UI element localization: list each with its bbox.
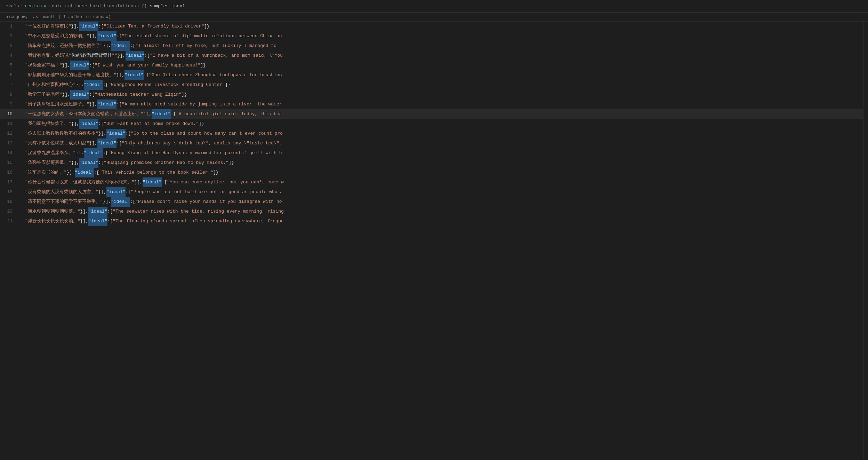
code-line-11[interactable]: "我们家热得快炸了。"}], "ideal": ["Our Fast Heat … <box>18 119 863 129</box>
breadcrumb-evals[interactable]: evals <box>6 3 19 9</box>
code-line-16[interactable]: "这车是卖书的的。"}], "ideal": ["This vehicle be… <box>18 168 863 177</box>
code-line-20[interactable]: "海水朝朝朝朝朝朝朝落。"}], "ideal": ["The seawater… <box>18 207 863 216</box>
line-number-21: 21 <box>0 216 18 226</box>
git-info-bar: nicognaw, last month | 1 author (nicogna… <box>0 13 868 22</box>
line-number-20: 20 <box>0 207 18 216</box>
separator-4: › <box>137 3 140 9</box>
code-line-17[interactable]: "你什么时候都可以来，但就是我方便的时候不能来。"}], "ideal": ["… <box>18 177 863 187</box>
line-number-17: 17 <box>0 177 18 187</box>
line-number-8: 8 <box>0 90 18 100</box>
breadcrumb-data[interactable]: data <box>52 3 63 9</box>
code-line-10[interactable]: "一位漂亮的女孩说：今日本美女面色蜡黄，不适合上班。"}], "ideal": … <box>18 109 863 119</box>
header: evals › registry › data › chinese_hard_t… <box>0 0 868 22</box>
line-number-12: 12 <box>0 129 18 138</box>
code-content[interactable]: "一位友好的哥谭市民"}], "ideal": ["Citizen Tan, a… <box>18 22 863 460</box>
line-number-14: 14 <box>0 148 18 158</box>
code-line-12[interactable]: "你去班上数数数数数不好的有多少"}], "ideal": ["Go to th… <box>18 129 863 138</box>
code-line-3[interactable]: "骑车差点摔跤，还好我一把把把住了"}], "ideal": ["I almos… <box>18 41 863 51</box>
line-number-7: 7 <box>0 80 18 90</box>
code-line-6[interactable]: "郭麒麟刷牙选中华为的就是干净，速度快。"}], "ideal": ["Guo … <box>18 70 863 80</box>
code-line-4[interactable]: "我背有点驼，妈妈说"你的背得背背背背佳""}], "ideal": ["I h… <box>18 51 863 61</box>
breadcrumb: evals › registry › data › chinese_hard_t… <box>6 3 185 9</box>
editor-area: 123456789101112131415161718192021 "一位友好的… <box>0 22 868 460</box>
line-number-19: 19 <box>0 197 18 207</box>
code-line-15[interactable]: "华强答应郝哥买瓜。"}], "ideal": ["Huaqiang promi… <box>18 158 863 168</box>
line-number-3: 3 <box>0 41 18 51</box>
git-info-text: nicognaw, last month | 1 author (nicogna… <box>6 15 111 19</box>
line-number-16: 16 <box>0 168 18 177</box>
scrollbar-track[interactable] <box>863 22 868 460</box>
line-number-18: 18 <box>0 187 18 197</box>
line-number-11: 11 <box>0 119 18 129</box>
line-numbers-gutter: 123456789101112131415161718192021 <box>0 22 18 460</box>
code-line-7[interactable]: "广州人和牲畜配种中心"}], "ideal": ["Guangzhou Ren… <box>18 80 863 90</box>
code-line-1[interactable]: "一位友好的哥谭市民"}], "ideal": ["Citizen Tan, a… <box>18 22 863 31</box>
code-line-14[interactable]: "汉黄香九岁温席奉亲。"}], "ideal": ["Huang Xiang o… <box>18 148 863 158</box>
line-number-5: 5 <box>0 61 18 70</box>
line-number-1: 1 <box>0 22 18 31</box>
line-number-9: 9 <box>0 100 18 109</box>
code-line-19[interactable]: "请不同意不下课的同学不要不举手。"}], "ideal": ["Please … <box>18 197 863 207</box>
separator-1: › <box>21 3 23 9</box>
code-line-2[interactable]: "中不不建交是受印度的影响。"}], "ideal": ["The establ… <box>18 31 863 41</box>
separator-3: › <box>64 3 67 9</box>
line-number-13: 13 <box>0 138 18 148</box>
code-line-5[interactable]: "祝你全家幸福！"}], "ideal": ["I wish you and y… <box>18 61 863 70</box>
separator-2: › <box>48 3 50 9</box>
line-number-4: 4 <box>0 51 18 61</box>
breadcrumb-registry[interactable]: registry <box>25 3 46 9</box>
code-line-18[interactable]: "没有秃顶的人没有秃顶的人厉害。"}], "ideal": ["People w… <box>18 187 863 197</box>
code-line-13[interactable]: "只有小孩才说喝茶，成人用品"}], "ideal": ["Only child… <box>18 138 863 148</box>
editor-wrapper: "一位友好的哥谭市民"}], "ideal": ["Citizen Tan, a… <box>18 22 868 460</box>
line-number-10: 10 <box>0 109 18 119</box>
code-line-9[interactable]: "男子跳河轻生河水没过脖子。"}], "ideal": ["A man atte… <box>18 100 863 109</box>
line-number-6: 6 <box>0 70 18 80</box>
breadcrumb-braces: {} <box>142 3 147 9</box>
code-line-21[interactable]: "浮云长长长长长长长消。"}], "ideal": ["The floating… <box>18 216 863 226</box>
breadcrumb-filename[interactable]: samples.jsonl <box>150 3 185 9</box>
code-line-8[interactable]: "数学王子秦老师"}], "ideal": ["Mathematics teac… <box>18 90 863 100</box>
line-number-15: 15 <box>0 158 18 168</box>
breadcrumb-chinese[interactable]: chinese_hard_translations <box>68 3 136 9</box>
line-number-2: 2 <box>0 31 18 41</box>
breadcrumb-bar: evals › registry › data › chinese_hard_t… <box>0 0 868 13</box>
